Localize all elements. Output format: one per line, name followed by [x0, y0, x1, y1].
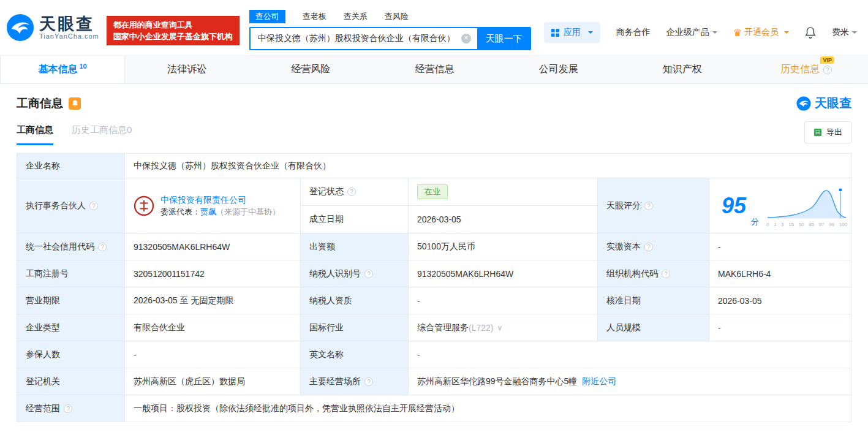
brand-name: 天眼查 [815, 95, 851, 112]
open-vip-label: 开通会员 [744, 27, 779, 38]
export-button[interactable]: 导出 [804, 121, 851, 143]
tab-intellectual-property-label: 知识产权 [663, 63, 702, 76]
approval-date-value: 2026-03-05 [709, 287, 851, 314]
company-type-value: 有限合伙企业 [125, 314, 301, 341]
chevron-down-icon [852, 31, 857, 36]
english-name-label: 英文名称 [301, 341, 409, 368]
enterprise-product-label: 企业级产品 [666, 27, 709, 38]
help-icon[interactable]: ? [89, 202, 98, 210]
user-menu[interactable]: 费米 [832, 27, 857, 38]
subtab-history-business-info[interactable]: 历史工商信息0 [72, 124, 132, 145]
tab-basic-info[interactable]: 基本信息 10 [0, 56, 125, 83]
business-scope-label: 经营范围 ? [17, 395, 125, 422]
enterprise-product-menu[interactable]: 企业级产品 [666, 27, 717, 38]
status-badge: 在业 [417, 184, 448, 199]
export-button-label: 导出 [826, 127, 842, 138]
logo-title: 天眼查 [39, 15, 99, 32]
tab-history-info[interactable]: 历史信息 VIP ? [744, 56, 868, 83]
taxpayer-quality-value: - [409, 287, 598, 314]
monitor-bell-icon[interactable] [69, 97, 81, 110]
subtab-business-info[interactable]: 工商信息 [17, 124, 53, 145]
company-name-value: 中保投义德（苏州）股权投资合伙企业（有限合伙） [125, 154, 851, 178]
top-header: 天眼查 TianYanCha.com 都在用的商业查询工具 国家中小企业发展子基… [0, 0, 868, 55]
tab-operation-info[interactable]: 经营信息 [372, 56, 496, 83]
nearby-company-link[interactable]: 附近公司 [582, 376, 616, 387]
score-curve [766, 184, 847, 220]
promo-banner-line1: 都在用的商业查询工具 [113, 19, 233, 31]
business-scope-value: 一般项目：股权投资（除依法须经批准的项目外，凭营业执照依法自主开展经营活动） [125, 395, 851, 422]
username: 费米 [832, 27, 849, 38]
score-number: 95 [722, 195, 746, 217]
business-cooperation-link[interactable]: 商务合作 [616, 27, 651, 38]
search-button[interactable]: 天眼一下 [477, 27, 531, 50]
search-tab-company[interactable]: 查公司 [249, 10, 285, 23]
org-code-value: MAK6LRH6-4 [709, 260, 851, 287]
registration-status-label: 登记状态 ? [301, 178, 409, 206]
score-distribution-chart: 0131550859799100 [766, 184, 847, 227]
industry-value: 综合管理服务 (L722) ∨ [409, 314, 598, 341]
notification-bell-button[interactable] [805, 26, 816, 39]
help-icon[interactable]: ? [644, 202, 653, 210]
industry-label: 国标行业 [301, 314, 409, 341]
tab-operation-risk[interactable]: 经营风险 [249, 56, 372, 83]
help-icon[interactable]: ? [64, 404, 72, 413]
score-unit: 分 [751, 216, 759, 227]
help-icon[interactable]: ? [644, 243, 653, 251]
brand-watermark: 天眼查 [796, 95, 851, 112]
reg-number-value: 320512001151742 [125, 260, 301, 287]
vip-badge: VIP [820, 56, 834, 64]
executive-partner-value: 中保投资有限责任公司 委派代表：贾飙（来源于中基协） [125, 178, 301, 233]
industry-expand-icon[interactable]: ∨ [497, 324, 502, 332]
logo-subtitle: TianYanCha.com [39, 32, 99, 40]
help-icon[interactable]: ? [823, 66, 832, 74]
promo-banner: 都在用的商业查询工具 国家中小企业发展子基金旗下机构 [107, 16, 240, 45]
industry-name: 综合管理服务 [417, 322, 469, 333]
capital-value: 50100万人民币 [409, 233, 598, 260]
tab-company-development[interactable]: 公司发展 [497, 56, 621, 83]
company-type-label: 企业类型 [17, 314, 125, 341]
subtab-history-count: 0 [127, 124, 132, 135]
clear-search-icon[interactable]: × [461, 34, 471, 44]
open-vip-menu[interactable]: ♛ 开通会员 [733, 27, 789, 39]
bell-icon [72, 100, 78, 107]
taxpayer-id-value: 91320505MAK6LRH64W [409, 260, 598, 287]
help-icon[interactable]: ? [347, 188, 356, 196]
paid-capital-label: 实缴资本 ? [598, 233, 709, 260]
header-menu: 应用 商务合作 企业级产品 ♛ 开通会员 费米 [544, 22, 857, 43]
tianyan-score-label: 天眼评分 ? [598, 178, 709, 233]
tab-legal-litigation[interactable]: 法律诉讼 [125, 56, 249, 83]
help-icon[interactable]: ? [98, 243, 107, 251]
reg-authority-label: 登记机关 [17, 368, 125, 395]
search-tab-boss[interactable]: 查老板 [303, 10, 326, 23]
apps-menu[interactable]: 应用 [544, 22, 600, 43]
staff-size-value: - [709, 314, 851, 341]
business-info-subtabs: 工商信息 历史工商信息0 导出 [0, 114, 868, 148]
search-type-tabs: 查公司 查老板 查关系 查风险 [249, 10, 531, 23]
registration-status-value: 在业 [409, 178, 598, 206]
search-tab-risk[interactable]: 查风险 [385, 10, 409, 23]
credit-code-value: 91320505MAK6LRH64W [125, 233, 301, 260]
search-area: 查公司 查老板 查关系 查风险 × 天眼一下 [249, 10, 531, 50]
partner-company-link[interactable]: 中保投资有限责任公司 [160, 195, 280, 205]
establish-date-value: 2026-03-05 [409, 206, 598, 233]
reg-number-label: 工商注册号 [17, 260, 125, 287]
tab-history-info-label: 历史信息 [780, 64, 820, 74]
help-icon[interactable]: ? [364, 377, 373, 386]
tab-intellectual-property[interactable]: 知识产权 [621, 56, 744, 83]
business-info-table: 企业名称 中保投义德（苏州）股权投资合伙企业（有限合伙） 执行事务合伙人 ? 中… [17, 153, 851, 422]
bell-icon [805, 26, 816, 39]
delegate-person-link[interactable]: 贾飙 [200, 207, 216, 216]
business-place-value: 苏州高新区华佗路99号金融谷商务中心5幢 附近公司 [409, 368, 851, 395]
help-icon[interactable]: ? [364, 270, 373, 278]
help-icon[interactable]: ? [662, 270, 670, 278]
tianyancha-logo[interactable]: 天眼查 TianYanCha.com [6, 13, 99, 42]
partner-company-logo [134, 195, 154, 216]
search-input[interactable] [249, 27, 477, 50]
tianyancha-logo-icon [6, 13, 34, 42]
search-tab-relation[interactable]: 查关系 [344, 10, 368, 23]
score-chart-ticks: 0131550859799100 [766, 222, 847, 227]
chevron-down-icon [588, 31, 593, 36]
tianyan-score-value: 95 分 0131550859799100 [709, 178, 851, 233]
promo-banner-line2: 国家中小企业发展子基金旗下机构 [113, 31, 233, 42]
delegate-source: （来源于中基协） [216, 207, 280, 216]
